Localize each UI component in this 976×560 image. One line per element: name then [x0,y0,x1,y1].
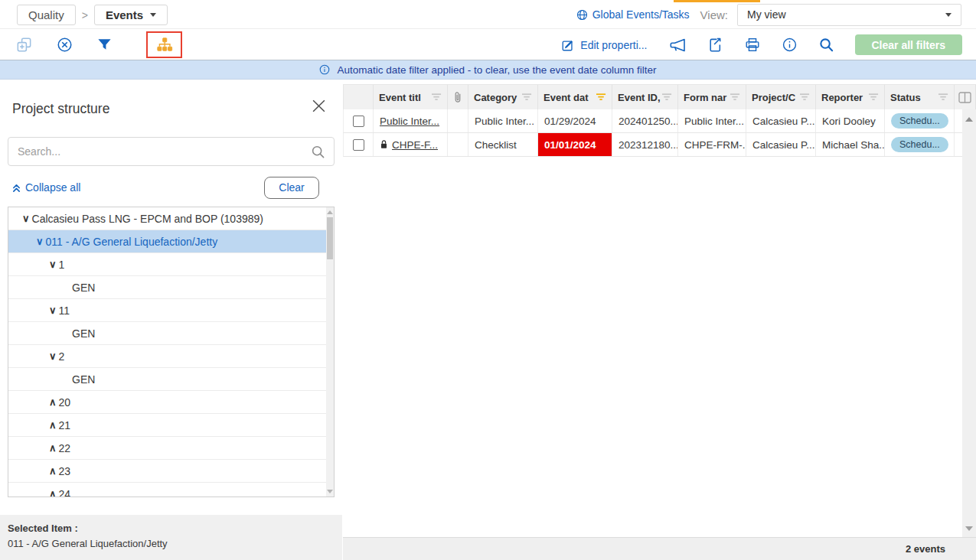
tree-item[interactable]: GEN [8,276,334,299]
tree-item-label: 20 [59,396,71,409]
filter-icon[interactable] [938,93,948,101]
info-icon [319,64,330,75]
column-header-project[interactable]: Project/C [746,85,816,109]
breadcrumb-page-label: Events [106,8,143,21]
print-icon[interactable] [744,37,761,53]
top-bar: Quality > Events Global Events/Tasks Vie… [0,0,976,29]
tree-item[interactable]: ∧ 23 [8,460,334,483]
org-chart-icon[interactable] [156,37,173,53]
column-label: Form nar [684,92,726,103]
column-header-event-date[interactable]: Event dat [538,85,612,109]
chevron-down-icon [150,13,156,17]
chevron-up-icon[interactable]: ∧ [49,443,57,453]
column-header-form-name[interactable]: Form nar [678,85,746,109]
column-header-event-id[interactable]: Event ID, [612,85,678,109]
export-icon[interactable] [707,37,723,54]
info-banner: Automatic date filter applied - to clear… [0,60,976,80]
column-label: Event dat [543,92,589,103]
selected-item-footer: Selected Item : 011 - A/G General Liquef… [0,515,342,560]
tree-item-selected[interactable]: ∨ 011 - A/G General Liquefaction/Jetty [8,230,334,253]
close-icon[interactable] [311,98,327,114]
view-select[interactable]: My view [737,4,961,26]
table-body: Public Inter... Public Inter... 01/29/20… [343,109,962,157]
tree-item-label: 21 [59,419,71,431]
filter-icon[interactable] [96,37,113,53]
row-checkbox[interactable] [353,139,364,151]
tree-item[interactable]: ∧ 22 [8,437,334,460]
filter-icon[interactable] [522,93,532,101]
column-header-attachment[interactable] [448,85,468,109]
search-icon[interactable] [818,37,834,53]
collapse-all-icon [12,183,21,193]
tree-item[interactable]: ∨ 11 [8,299,334,322]
tree-item[interactable]: ∧ 24 [8,483,334,497]
scrollbar-thumb[interactable] [327,217,333,259]
scroll-up-arrow[interactable] [327,210,333,214]
project-cell: Calcasieu P... [746,133,816,156]
event-title-link[interactable]: Public Inter... [380,116,439,127]
chevron-up-icon[interactable]: ∧ [49,466,57,476]
clear-tree-button[interactable]: Clear [264,177,319,199]
copy-icon[interactable] [15,36,33,54]
scroll-down-arrow[interactable] [965,526,973,531]
filter-icon[interactable] [730,93,740,101]
cancel-icon[interactable] [56,36,73,54]
banner-text: Automatic date filter applied - to clear… [337,64,656,76]
table-row[interactable]: CHPE-F... Checklist 01/01/2024 202312180… [343,133,962,157]
chevron-down-icon[interactable]: ∨ [49,351,57,361]
clear-all-filters-button[interactable]: Clear all filters [855,34,963,55]
tree-item-label: Calcasieu Pass LNG - EPCM and BOP (10398… [32,213,263,225]
panel-title: Project structure [12,101,109,117]
tree-item[interactable]: ∨ 2 [8,345,334,368]
row-checkbox[interactable] [353,116,364,127]
filter-active-icon[interactable] [596,93,606,101]
megaphone-icon[interactable] [668,37,687,54]
column-header-reporter[interactable]: Reporter [816,85,885,109]
column-header-category[interactable]: Category [468,85,538,109]
chevron-down-icon[interactable]: ∨ [49,305,57,315]
breadcrumb-module-label: Quality [28,8,64,21]
tree-item[interactable]: ∧ 20 [8,391,334,414]
top-orange-strip [674,0,760,2]
chevron-up-icon[interactable]: ∧ [49,420,57,430]
lock-icon [380,139,388,150]
chevron-up-icon[interactable]: ∧ [49,489,57,497]
filter-icon[interactable] [662,93,672,101]
tree-item[interactable]: GEN [8,322,334,345]
column-header-event-title[interactable]: Event titl [374,85,448,109]
table-row[interactable]: Public Inter... Public Inter... 01/29/20… [343,109,962,133]
breadcrumb-module[interactable]: Quality [17,5,76,25]
chevron-up-icon[interactable]: ∧ [49,397,57,407]
edit-properties-button[interactable]: Edit properti... [561,38,647,52]
filter-icon[interactable] [800,93,810,101]
scroll-down-arrow[interactable] [327,490,333,493]
tree-item-label: 11 [59,304,70,317]
global-events-tasks-link[interactable]: Global Events/Tasks [576,8,690,21]
chevron-down-icon[interactable]: ∨ [22,213,30,223]
attachment-cell [448,109,468,132]
event-title-link[interactable]: CHPE-F... [392,139,438,151]
status-badge: Schedu... [891,137,948,152]
chevron-down-icon[interactable]: ∨ [36,236,44,246]
filter-icon[interactable] [432,93,442,101]
form-name-cell: Public Inter... [678,109,746,132]
tree-item[interactable]: ∨ 1 [8,253,334,276]
breadcrumb-page-dropdown[interactable]: Events [94,5,168,25]
search-input[interactable] [8,145,311,158]
tree-item[interactable]: ∨ Calcasieu Pass LNG - EPCM and BOP (103… [8,207,334,230]
chevron-down-icon[interactable]: ∨ [49,259,57,269]
filter-icon[interactable] [869,93,879,101]
info-icon[interactable] [782,37,798,53]
chevron-down-icon [945,13,952,17]
globe-icon [576,9,588,21]
column-chooser-button[interactable] [955,85,976,109]
tree-item[interactable]: ∧ 21 [8,414,334,437]
column-header-status[interactable]: Status [885,85,955,109]
tree-item[interactable]: GEN [8,368,334,391]
tree-item-label: 011 - A/G General Liquefaction/Jetty [46,236,218,248]
collapse-all-button[interactable]: Collapse all [12,181,80,194]
top-right-controls: Global Events/Tasks View: My view [576,0,961,29]
scroll-up-arrow[interactable] [965,117,973,122]
tree-item-label: 24 [59,488,71,498]
column-chooser-icon [958,92,971,103]
